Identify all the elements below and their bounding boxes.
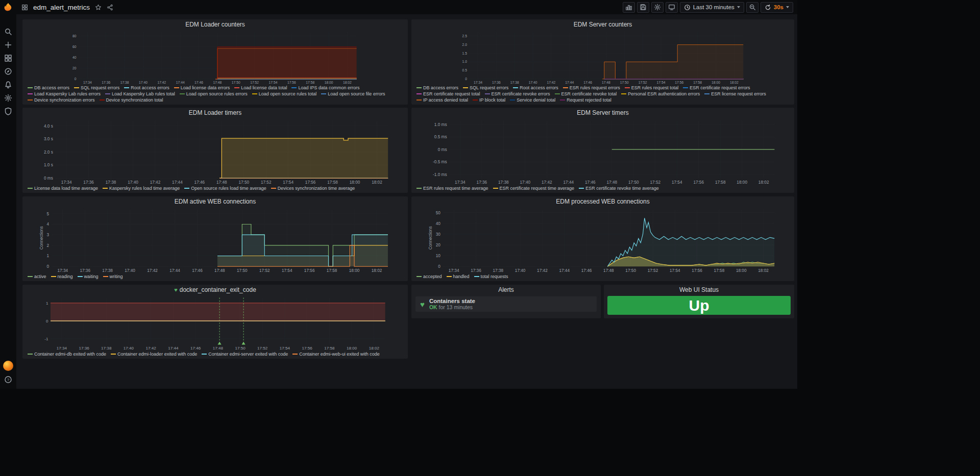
legend-item[interactable]: Devices synchronization time average — [271, 185, 355, 191]
sidebar-item-search[interactable] — [2, 27, 15, 37]
grafana-logo[interactable] — [0, 0, 16, 15]
chart-edm-active-web-connections[interactable]: 17:3417:3617:3817:4017:4217:4417:4617:48… — [22, 207, 408, 273]
legend-item[interactable]: Open source rules load time average — [184, 185, 266, 191]
zoom-out-button[interactable] — [746, 2, 758, 13]
legend-item[interactable]: Load Kaspersky Lab rules total — [105, 91, 175, 97]
legend-item[interactable]: ESR certificate revoke time average — [579, 185, 659, 191]
legend-item[interactable]: DB access errors — [28, 85, 69, 91]
legend-item[interactable]: Load Kaspersky Lab rules errors — [28, 91, 101, 97]
x-tick-label: 17:58 — [306, 81, 314, 84]
legend-item[interactable]: ESR certificate revoke total — [555, 91, 617, 97]
legend-item[interactable]: ESR rules request time average — [416, 185, 488, 191]
y-tick-label: 0 ms — [438, 147, 447, 152]
alert-rule-item[interactable]: ♥ Containers state OK for 13 minutes — [415, 296, 597, 312]
legend-item[interactable]: Device synchronization errors — [28, 97, 95, 103]
panel-header[interactable]: EDM Loader timers — [22, 108, 408, 118]
legend-item[interactable]: License data load time average — [28, 185, 98, 191]
y-tick-label: 0 ms — [44, 176, 53, 181]
x-tick-label: 17:42 — [537, 268, 548, 273]
time-range-picker[interactable]: Last 30 minutes — [680, 2, 744, 13]
legend-item[interactable]: writing — [103, 273, 123, 280]
legend-item[interactable]: ESR certificate request errors — [683, 85, 750, 91]
annotation-marker[interactable] — [241, 342, 245, 344]
legend-item[interactable]: Container edmi-server exited with code — [202, 351, 288, 357]
chart-edm-loader-counters[interactable]: 17:3417:3617:3817:4017:4217:4417:4617:48… — [22, 30, 408, 85]
sidebar-item-create[interactable] — [2, 40, 15, 50]
panel-header[interactable]: ♥ docker_container_exit_code — [22, 285, 408, 295]
panel-header[interactable]: EDM Loader counters — [22, 19, 408, 30]
legend-item[interactable]: Load open source rules errors — [180, 91, 248, 97]
sidebar-item-alerting[interactable] — [2, 80, 15, 90]
legend-item[interactable]: reading — [51, 273, 73, 280]
legend-item[interactable]: accepted — [416, 273, 442, 280]
legend-item[interactable]: ESR certificate request time average — [493, 185, 575, 191]
legend-item[interactable]: Container edmi-loader exited with code — [111, 351, 197, 357]
legend-item[interactable]: Container edmi-web-ui exited with code — [292, 351, 380, 357]
x-tick-label: 17:56 — [305, 180, 316, 185]
share-dashboard-button[interactable] — [106, 3, 114, 12]
legend-item[interactable]: active — [28, 273, 46, 280]
add-panel-button[interactable] — [623, 2, 635, 13]
legend-item[interactable]: Load IPS data common errors — [291, 85, 359, 91]
alert-rule-name[interactable]: Containers state — [429, 298, 475, 304]
sidebar-item-explore[interactable] — [2, 66, 15, 77]
legend-item[interactable]: Load open source rules total — [252, 91, 317, 97]
legend-item[interactable]: Load open source file errors — [321, 91, 385, 97]
panel-header[interactable]: EDM Server timers — [411, 108, 794, 118]
legend-item[interactable]: Device synchronization total — [100, 97, 163, 103]
panel-header[interactable]: EDM Server counters — [411, 19, 794, 30]
annotation-marker[interactable] — [217, 342, 221, 344]
legend-item[interactable]: ESR rules request total — [625, 85, 679, 91]
panel-header[interactable]: EDM active WEB connections — [22, 196, 408, 207]
x-tick-label: 17:58 — [714, 268, 725, 273]
legend-swatch — [621, 93, 626, 94]
topbar: edm_alert_metrics Last 30 minutes — [16, 0, 797, 14]
chart-docker-container-exit-code[interactable]: 17:3417:3617:3817:4017:4217:4417:4617:48… — [22, 295, 408, 351]
dashboard-settings-button[interactable] — [651, 2, 664, 13]
legend-item[interactable]: IP block total — [473, 97, 505, 103]
sidebar-item-server-admin[interactable] — [2, 106, 15, 116]
y-axis-label: Connections — [428, 226, 433, 249]
legend-item[interactable]: handled — [447, 273, 470, 280]
legend-item[interactable]: total requests — [474, 273, 508, 280]
legend-item[interactable]: ESR rules request errors — [563, 85, 620, 91]
legend-swatch — [271, 188, 276, 189]
chart-edm-loader-timers[interactable]: 17:3417:3617:3817:4017:4217:4417:4617:48… — [22, 118, 408, 185]
legend-item[interactable]: SQL request errors — [463, 85, 508, 91]
panel-header[interactable]: EDM processed WEB connections — [411, 196, 794, 207]
legend-item[interactable]: ESR certificate request total — [416, 91, 480, 97]
panel-header[interactable]: Alerts — [411, 285, 601, 295]
legend-item[interactable]: waiting — [78, 273, 99, 280]
dashboard-title[interactable]: edm_alert_metrics — [33, 4, 90, 11]
legend-item[interactable]: SQL request errors — [74, 85, 119, 91]
sidebar-item-dashboards[interactable] — [2, 53, 15, 63]
sidebar-item-configuration[interactable] — [2, 93, 15, 103]
legend-item[interactable]: IP access denied total — [416, 97, 468, 103]
legend-item[interactable]: ESR certificate revoke errors — [485, 91, 550, 97]
legend-item[interactable]: Root access errors — [513, 85, 558, 91]
save-dashboard-button[interactable] — [637, 2, 649, 13]
chart-edm-processed-web-connections[interactable]: 17:3417:3617:3817:4017:4217:4417:4617:48… — [411, 207, 794, 273]
legend-item[interactable]: DB access errors — [416, 85, 458, 91]
legend-item[interactable]: Kaspersky rules load time average — [103, 185, 180, 191]
legend-item[interactable]: Load license data errors — [174, 85, 230, 91]
legend-item[interactable]: Load license data total — [234, 85, 287, 91]
chart-edm-server-timers[interactable]: 17:3417:3617:3817:4017:4217:4417:4617:48… — [411, 118, 794, 185]
legend-swatch — [625, 87, 630, 88]
cycle-view-button[interactable] — [666, 2, 678, 13]
user-avatar[interactable] — [2, 361, 15, 371]
legend-item[interactable]: Service denial total — [510, 97, 555, 103]
legend-item[interactable]: Root access errors — [124, 85, 169, 91]
legend-item[interactable]: Request rejected total — [560, 97, 611, 103]
favorite-star-button[interactable] — [94, 3, 103, 12]
help-icon[interactable]: ? — [2, 374, 15, 385]
legend-item[interactable]: ESR license request errors — [704, 91, 766, 97]
x-tick-label: 17:34 — [474, 81, 482, 84]
chart-edm-server-counters[interactable]: 17:3417:3617:3817:4017:4217:4417:4617:48… — [411, 30, 794, 85]
x-tick-label: 17:34 — [449, 268, 459, 273]
legend-item[interactable]: Personal ESR authentication errors — [621, 91, 700, 97]
legend-item[interactable]: Container edmi-db exited with code — [28, 351, 106, 357]
panel-header[interactable]: Web UI Status — [604, 285, 794, 295]
refresh-button[interactable]: 30s — [761, 2, 793, 13]
web-ui-status-stat[interactable]: Up — [607, 296, 791, 315]
